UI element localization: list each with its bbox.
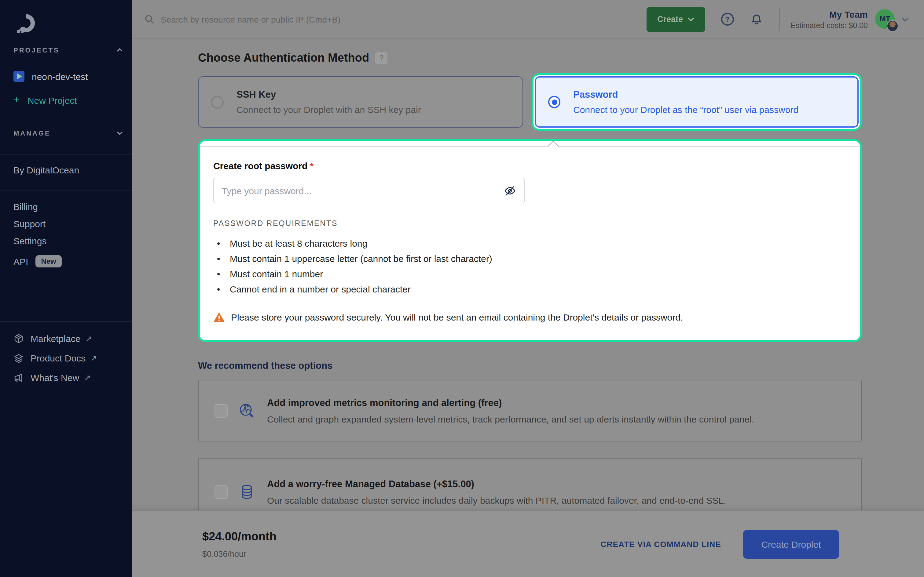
support-label: Support bbox=[13, 219, 45, 229]
create-button[interactable]: Create bbox=[646, 7, 705, 31]
chevron-down-icon bbox=[116, 129, 123, 137]
root-password-label: Create root password* bbox=[213, 161, 845, 171]
metrics-magnifier-icon bbox=[238, 401, 256, 420]
cube-icon bbox=[13, 334, 24, 344]
option-metrics-monitoring[interactable]: Add improved metrics monitoring and aler… bbox=[198, 380, 862, 442]
projects-label: PROJECTS bbox=[13, 47, 60, 54]
marketplace-label: Marketplace bbox=[31, 334, 80, 344]
megaphone-icon bbox=[13, 372, 24, 383]
password-requirements-title: PASSWORD REQUIREMENTS bbox=[213, 219, 845, 228]
database-icon bbox=[238, 483, 256, 501]
search-input[interactable]: Search by resource name or public IP (Cm… bbox=[144, 14, 646, 24]
radio-selected-icon[interactable] bbox=[548, 96, 561, 108]
external-arrow-icon: ↗ bbox=[84, 373, 91, 382]
create-droplet-button[interactable]: Create Droplet bbox=[743, 530, 839, 558]
sidebar-item-by-digitalocean[interactable]: By DigitalOcean bbox=[13, 165, 123, 175]
requirement-item: Cannot end in a number or special charac… bbox=[213, 282, 845, 297]
search-icon bbox=[144, 14, 155, 24]
requirement-item: Must be at least 8 characters long bbox=[213, 236, 845, 251]
project-name: neon-dev-test bbox=[32, 71, 88, 82]
external-arrow-icon: ↗ bbox=[90, 353, 97, 363]
auth-method-options: SSH Key Connect to your Droplet with an … bbox=[198, 73, 862, 131]
search-placeholder: Search by resource name or public IP (Cm… bbox=[161, 15, 341, 24]
panel-caret bbox=[548, 141, 559, 152]
sidebar-item-project[interactable]: neon-dev-test bbox=[13, 71, 123, 82]
manage-label: MANAGE bbox=[13, 129, 51, 137]
password-input[interactable] bbox=[222, 185, 504, 196]
billing-label: Billing bbox=[13, 201, 38, 212]
manage-section-header[interactable]: MANAGE bbox=[13, 129, 123, 137]
chevron-down-icon[interactable] bbox=[901, 15, 909, 24]
project-icon bbox=[13, 71, 24, 82]
database-checkbox[interactable] bbox=[215, 485, 228, 499]
new-project-label: New Project bbox=[27, 95, 77, 105]
sidebar-divider bbox=[0, 123, 132, 123]
hourly-price: $0.036/hour bbox=[202, 549, 276, 558]
password-warning: Please store your password securely. You… bbox=[213, 311, 845, 323]
create-via-command-line-link[interactable]: CREATE VIA COMMAND LINE bbox=[601, 540, 721, 549]
auth-option-password[interactable]: Password Connect to your Droplet as the … bbox=[535, 76, 859, 127]
metrics-checkbox[interactable] bbox=[215, 404, 228, 417]
top-bar: Search by resource name or public IP (Cm… bbox=[132, 0, 924, 39]
help-button[interactable]: ? bbox=[721, 13, 733, 26]
sidebar-item-billing[interactable]: Billing bbox=[13, 201, 123, 212]
team-info: My Team Estimated costs: $0.00 bbox=[790, 9, 868, 30]
header-divider bbox=[779, 8, 779, 31]
page-title: Choose Authentication Method bbox=[198, 51, 369, 65]
recommend-title: We recommend these options bbox=[198, 360, 862, 371]
sidebar-item-whats-new[interactable]: What's New ↗ bbox=[13, 372, 123, 383]
sidebar-item-api[interactable]: API New bbox=[13, 255, 123, 268]
projects-section-header[interactable]: PROJECTS bbox=[13, 47, 123, 54]
new-project-button[interactable]: + New Project bbox=[13, 94, 123, 106]
sidebar-divider bbox=[0, 155, 132, 155]
ssh-key-desc: Connect to your Droplet with an SSH key … bbox=[236, 105, 421, 115]
sidebar-divider bbox=[0, 190, 132, 191]
new-badge: New bbox=[36, 255, 61, 268]
password-label: Password bbox=[573, 89, 798, 100]
password-option-highlight: Password Connect to your Droplet as the … bbox=[531, 73, 862, 131]
chevron-up-icon bbox=[116, 47, 123, 54]
sidebar-item-marketplace[interactable]: Marketplace ↗ bbox=[13, 334, 123, 344]
requirement-item: Must contain 1 uppercase letter (cannot … bbox=[213, 251, 845, 266]
password-panel-highlight: Create root password* PASSWORD REQUIREME… bbox=[198, 139, 862, 342]
estimated-costs: Estimated costs: $0.00 bbox=[790, 21, 868, 30]
chevron-down-icon bbox=[687, 17, 694, 22]
create-root-password-panel: Create root password* PASSWORD REQUIREME… bbox=[200, 141, 860, 340]
user-photo-avatar bbox=[887, 20, 898, 31]
account-menu[interactable]: MT bbox=[875, 9, 896, 30]
password-requirements-list: Must be at least 8 characters long Must … bbox=[213, 236, 845, 297]
help-question-icon: ? bbox=[725, 15, 730, 24]
warning-triangle-icon bbox=[213, 311, 225, 323]
bottom-bar: $24.00/month $0.036/hour CREATE VIA COMM… bbox=[132, 511, 924, 577]
panel-border bbox=[200, 147, 860, 147]
sidebar-item-product-docs[interactable]: Product Docs ↗ bbox=[13, 353, 123, 363]
title-help-button[interactable]: ? bbox=[375, 52, 388, 64]
app-window: PROJECTS neon-dev-test + New Project MAN… bbox=[0, 0, 924, 577]
warning-text: Please store your password securely. You… bbox=[231, 312, 683, 322]
radio-unselected-icon[interactable] bbox=[211, 95, 224, 108]
ssh-key-label: SSH Key bbox=[236, 89, 421, 100]
monthly-price: $24.00/month bbox=[202, 530, 276, 543]
sidebar-item-settings[interactable]: Settings bbox=[13, 236, 123, 246]
auth-option-ssh-key[interactable]: SSH Key Connect to your Droplet with an … bbox=[198, 76, 523, 127]
notifications-bell-icon[interactable] bbox=[750, 13, 763, 26]
team-name: My Team bbox=[790, 9, 868, 19]
password-desc: Connect to your Droplet as the “root” us… bbox=[573, 105, 798, 115]
whats-new-label: What's New bbox=[31, 372, 79, 383]
sidebar: PROJECTS neon-dev-test + New Project MAN… bbox=[0, 0, 132, 577]
requirement-item: Must contain 1 number bbox=[213, 266, 845, 282]
create-label: Create bbox=[657, 15, 683, 24]
database-option-desc: Our scalable database cluster service in… bbox=[267, 495, 726, 506]
sidebar-divider bbox=[0, 321, 132, 322]
content: Choose Authentication Method ? SSH Key C… bbox=[132, 39, 924, 526]
layers-icon bbox=[13, 353, 24, 363]
metrics-option-desc: Collect and graph expanded system-level … bbox=[267, 414, 754, 424]
metrics-option-title: Add improved metrics monitoring and aler… bbox=[267, 397, 754, 408]
api-label: API bbox=[13, 256, 28, 266]
product-docs-label: Product Docs bbox=[31, 353, 86, 363]
price-block: $24.00/month $0.036/hour bbox=[202, 530, 276, 558]
by-digitalocean-label: By DigitalOcean bbox=[13, 165, 79, 175]
plus-icon: + bbox=[13, 94, 19, 106]
eye-off-icon[interactable] bbox=[504, 184, 516, 197]
sidebar-item-support[interactable]: Support bbox=[13, 219, 123, 229]
